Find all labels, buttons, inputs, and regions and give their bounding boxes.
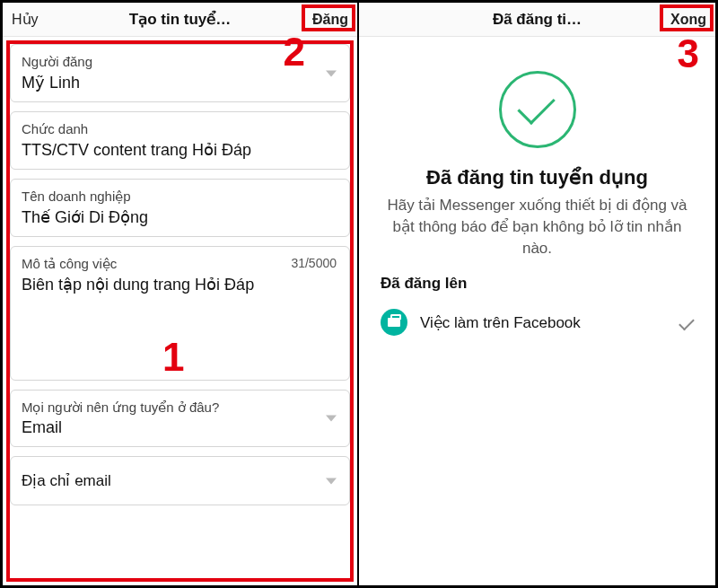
description-field[interactable]: Mô tả công việc 31/5000 Biên tập nội dun… [10, 246, 350, 381]
cancel-button[interactable]: Hủy [12, 11, 66, 28]
company-field[interactable]: Tên doanh nghiệp Thế Giới Di Động [10, 179, 350, 237]
success-check-icon [499, 71, 576, 148]
left-header: Hủy Tạo tin tuyể… Đăng [3, 3, 357, 37]
email-label: Địa chỉ email [22, 471, 111, 490]
create-job-screen: Hủy Tạo tin tuyể… Đăng Người đăng Mỹ Lin… [3, 3, 359, 585]
briefcase-icon [381, 309, 407, 336]
screens-container: Hủy Tạo tin tuyể… Đăng Người đăng Mỹ Lin… [3, 3, 715, 585]
check-icon [679, 315, 695, 331]
job-title-label: Chức danh [22, 121, 338, 137]
job-title-field[interactable]: Chức danh TTS/CTV content trang Hỏi Đáp [10, 111, 350, 170]
posted-destination-text: Việc làm trên Facebook [420, 313, 679, 332]
company-label: Tên doanh nghiệp [22, 189, 338, 205]
right-header: Đã đăng ti… Xong [359, 3, 715, 37]
left-header-title: Tạo tin tuyể… [66, 10, 294, 29]
description-counter: 31/5000 [291, 256, 337, 270]
post-button[interactable]: Đăng [294, 12, 348, 28]
done-button[interactable]: Xong [652, 12, 706, 28]
chevron-down-icon [326, 416, 337, 422]
job-title-value: TTS/CTV content trang Hỏi Đáp [22, 140, 338, 160]
poster-field[interactable]: Người đăng Mỹ Linh [10, 44, 350, 102]
apply-where-label: Mọi người nên ứng tuyển ở đâu? [22, 399, 338, 416]
posted-destination-row[interactable]: Việc làm trên Facebook [359, 300, 715, 345]
description-value: Biên tập nội dung trang Hỏi Đáp [22, 275, 338, 294]
success-subtitle: Hãy tải Messenger xuống thiết bị di động… [381, 195, 694, 259]
email-field[interactable]: Địa chỉ email [10, 456, 350, 505]
apply-where-value: Email [22, 418, 338, 437]
right-header-title: Đã đăng ti… [422, 11, 652, 29]
chevron-down-icon [326, 478, 337, 484]
checkmark-icon [517, 87, 555, 125]
success-area: Đã đăng tin tuyển dụng Hãy tải Messenger… [359, 37, 715, 259]
success-title: Đã đăng tin tuyển dụng [381, 166, 694, 189]
company-value: Thế Giới Di Động [22, 207, 338, 227]
posted-screen: Đã đăng ti… Xong Đã đăng tin tuyển dụng … [359, 3, 715, 585]
poster-label: Người đăng [22, 54, 338, 70]
posted-to-label: Đã đăng lên [359, 259, 715, 300]
apply-where-field[interactable]: Mọi người nên ứng tuyển ở đâu? Email [10, 390, 350, 447]
job-form: Người đăng Mỹ Linh Chức danh TTS/CTV con… [3, 37, 357, 522]
poster-value: Mỹ Linh [22, 73, 338, 92]
chevron-down-icon [326, 70, 337, 76]
